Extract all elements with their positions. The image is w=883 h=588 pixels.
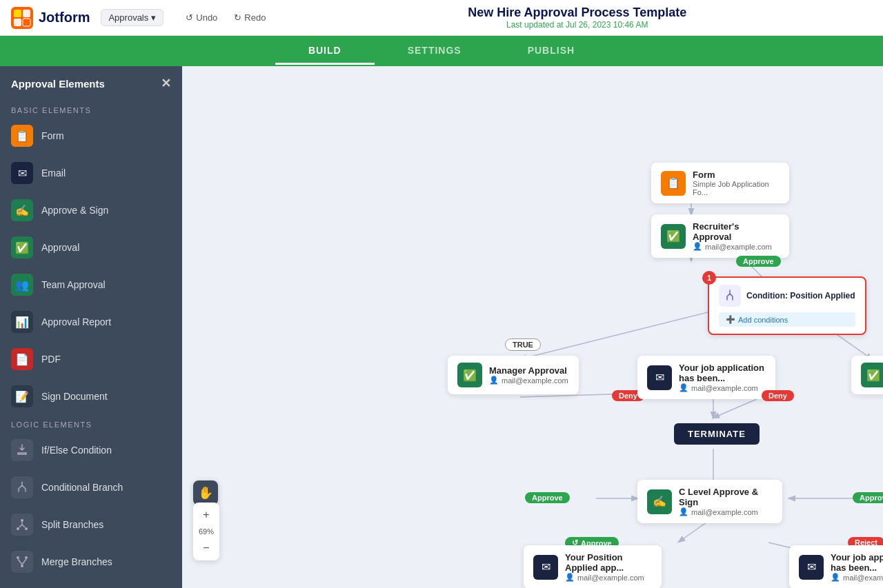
condition-badge-num: 1 [702,271,716,285]
sidebar-item-approval[interactable]: ✅ Approval [0,229,182,266]
sidebar-item-email[interactable]: ✉ Email [0,154,182,192]
recruiters-approval-node[interactable]: ✅ Recruiter's Approval 👤 mail@example.co… [651,214,789,258]
svg-rect-3 [14,19,21,26]
sidebar-item-merge-branches-label: Merge Branches [41,556,112,567]
logic-section-label: LOGIC ELEMENTS [0,415,182,432]
approve-badge-right: Approve [853,492,883,503]
recruiters-approval-email: 👤 mail@example.com [693,242,780,251]
recruiters-approval-icon: ✅ [661,224,686,249]
manager-left-icon: ✅ [457,363,482,387]
approve-badge-left: Approve [525,492,570,503]
manager-approval-right-node[interactable]: ✅ Manager Approval 👤 mail@example.com [851,356,883,394]
manager-approval-left-node[interactable]: ✅ Manager Approval 👤 mail@example.com [448,356,579,394]
conditional-branch-icon [11,476,33,498]
email-position-applied-info: Your Position Applied app... 👤 mail@exam… [565,552,652,582]
form-node[interactable]: 📋 Form Simple Job Application Fo... [651,163,789,203]
email-middle-icon: ✉ [647,365,672,390]
sidebar-item-approve-sign[interactable]: ✍ Approve & Sign [0,192,182,229]
sidebar-item-team-approval[interactable]: 👥 Team Approval [0,266,182,303]
svg-rect-2 [23,10,30,17]
email-position-applied-icon: ✉ [533,555,558,580]
tab-publish[interactable]: PUBLISH [495,38,608,65]
sidebar-item-split-branches-label: Split Branches [41,519,103,530]
condition-title: Condition: Position Applied [746,291,855,301]
c-level-email: 👤 mail@example.com [679,507,773,516]
condition-node[interactable]: 1 Condition: Position Applied ➕ Add cond… [708,276,866,335]
sidebar-header: Approval Elements ✕ [0,66,182,101]
sidebar-item-sign-document[interactable]: 📝 Sign Document [0,378,182,415]
svg-point-7 [25,527,28,530]
sidebar-close-button[interactable]: ✕ [161,76,171,91]
sidebar-item-team-approval-label: Team Approval [41,279,106,290]
email-position-applied-title: Your Position Applied app... [565,552,652,573]
undo-redo-group: ↺ Undo ↻ Redo [180,10,271,26]
sidebar-item-approval-report-label: Approval Report [41,316,111,327]
pdf-icon: 📄 [11,348,33,370]
tab-build[interactable]: BUILD [275,38,375,65]
sidebar-item-ifelse[interactable]: If/Else Condition [0,432,182,469]
svg-point-6 [17,527,19,530]
svg-point-9 [17,556,19,559]
logo-text: Jotform [39,10,90,26]
email-reject-email: 👤 mail@example.com [831,573,883,582]
sidebar-title: Approval Elements [11,78,105,90]
svg-line-19 [520,311,713,359]
sidebar-item-merge-branches[interactable]: Merge Branches [0,543,182,580]
sidebar-item-approval-label: Approval [41,242,79,253]
form-icon: 📋 [11,125,33,147]
tab-settings[interactable]: SETTINGS [375,38,495,65]
c-level-title: C Level Approve & Sign [679,487,773,507]
split-branches-icon [11,514,33,536]
undo-button[interactable]: ↺ Undo [180,10,223,26]
condition-header: Condition: Position Applied [719,285,855,307]
email-middle-email: 👤 mail@example.com [679,383,766,392]
svg-rect-1 [14,10,21,17]
form-node-subtitle: Simple Job Application Fo... [693,180,780,196]
svg-point-5 [21,519,23,522]
page-title: New Hire Approval Process Template [282,6,872,20]
zoom-controls: + 69% − [193,503,219,560]
sidebar-item-end-flow[interactable]: End Flow [0,580,182,588]
logo: Jotform [11,7,90,29]
sidebar-item-form[interactable]: 📋 Form [0,117,182,154]
sidebar-item-approval-report[interactable]: 📊 Approval Report [0,303,182,341]
add-conditions-button[interactable]: ➕ Add conditions [719,312,855,327]
manager-left-title: Manager Approval [489,365,568,376]
sidebar-item-pdf-label: PDF [41,354,61,365]
manager-right-icon: ✅ [861,363,883,387]
email-middle-info: Your job application has been... 👤 mail@… [679,363,766,392]
true-badge: TRUE [505,338,541,351]
zoom-out-button[interactable]: − [197,538,216,558]
sidebar-item-split-branches[interactable]: Split Branches [0,506,182,543]
sidebar: Approval Elements ✕ BASIC ELEMENTS 📋 For… [0,66,182,588]
sidebar-item-approve-sign-label: Approve & Sign [41,205,108,216]
condition-icon [719,285,741,307]
terminate-node: TERMINATE [674,423,760,445]
approval-icon: ✅ [11,236,33,258]
zoom-level: 69% [196,526,217,537]
svg-point-8 [21,565,23,567]
canvas[interactable]: 📋 Form Simple Job Application Fo... ✅ Re… [182,66,883,588]
sign-document-icon: 📝 [11,385,33,407]
sidebar-item-pdf[interactable]: 📄 PDF [0,341,182,378]
email-reject-node[interactable]: ✉ Your job application has been... 👤 mai… [789,545,883,588]
zoom-in-button[interactable]: + [197,505,216,525]
c-level-approve-node[interactable]: ✍ C Level Approve & Sign 👤 mail@example.… [637,480,782,523]
recruiters-approval-title: Recruiter's Approval [693,221,780,242]
sidebar-item-conditional-branch[interactable]: Conditional Branch [0,469,182,506]
svg-rect-4 [23,19,30,26]
tab-bar: BUILD SETTINGS PUBLISH [0,36,883,66]
c-level-icon: ✍ [647,489,672,514]
basic-section-label: BASIC ELEMENTS [0,101,182,117]
manager-left-email: 👤 mail@example.com [489,376,568,385]
approvals-dropdown-button[interactable]: Approvals ▾ [101,9,163,26]
form-node-info: Form Simple Job Application Fo... [693,170,780,196]
hand-tool-button[interactable]: ✋ [193,480,218,505]
ifelse-icon [11,439,33,461]
form-node-icon: 📋 [661,171,686,196]
jotform-logo-icon [11,7,33,29]
email-middle-node[interactable]: ✉ Your job application has been... 👤 mai… [637,356,775,399]
email-position-applied-node[interactable]: ✉ Your Position Applied app... 👤 mail@ex… [524,545,662,588]
title-section: New Hire Approval Process Template Last … [282,6,872,30]
redo-button[interactable]: ↻ Redo [228,10,271,26]
